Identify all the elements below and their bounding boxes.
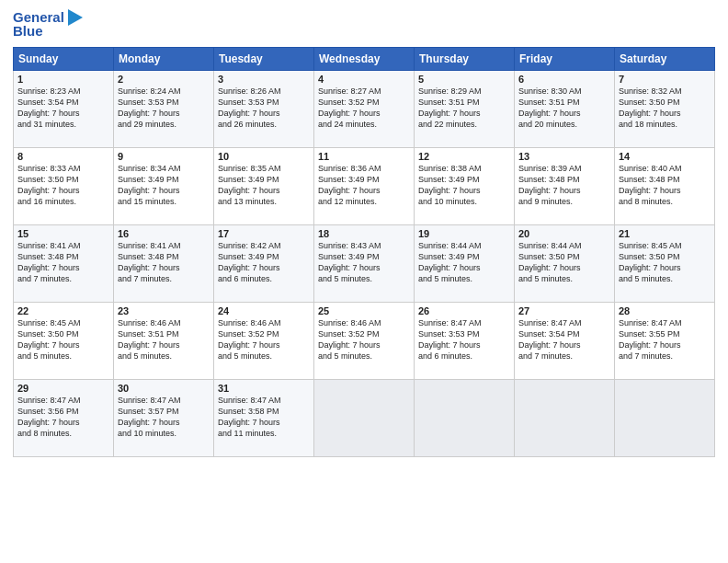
- calendar-cell: 31Sunrise: 8:47 AMSunset: 3:58 PMDayligh…: [214, 379, 314, 456]
- cell-sun-info: Sunrise: 8:44 AMSunset: 3:49 PMDaylight:…: [418, 240, 510, 285]
- day-number: 11: [318, 151, 410, 162]
- day-number: 26: [418, 305, 510, 316]
- day-number: 20: [518, 228, 610, 239]
- cell-sun-info: Sunrise: 8:45 AMSunset: 3:50 PMDaylight:…: [619, 240, 711, 285]
- day-number: 25: [318, 305, 410, 316]
- day-number: 9: [118, 151, 210, 162]
- calendar-table: SundayMondayTuesdayWednesdayThursdayFrid…: [13, 47, 715, 457]
- calendar-cell: 14Sunrise: 8:40 AMSunset: 3:48 PMDayligh…: [615, 147, 715, 224]
- calendar-cell: 30Sunrise: 8:47 AMSunset: 3:57 PMDayligh…: [114, 379, 214, 456]
- day-number: 18: [318, 228, 410, 239]
- calendar-cell: 1Sunrise: 8:23 AMSunset: 3:54 PMDaylight…: [14, 70, 114, 147]
- calendar-cell: 16Sunrise: 8:41 AMSunset: 3:48 PMDayligh…: [114, 224, 214, 302]
- cell-sun-info: Sunrise: 8:27 AMSunset: 3:52 PMDaylight:…: [318, 86, 410, 131]
- day-number: 6: [518, 74, 610, 85]
- cell-sun-info: Sunrise: 8:41 AMSunset: 3:48 PMDaylight:…: [118, 240, 210, 285]
- calendar-cell: 10Sunrise: 8:35 AMSunset: 3:49 PMDayligh…: [214, 147, 314, 224]
- calendar-cell: 29Sunrise: 8:47 AMSunset: 3:56 PMDayligh…: [14, 379, 114, 456]
- day-number: 12: [418, 151, 510, 162]
- calendar-cell: 7Sunrise: 8:32 AMSunset: 3:50 PMDaylight…: [615, 70, 715, 147]
- calendar-cell: 19Sunrise: 8:44 AMSunset: 3:49 PMDayligh…: [415, 224, 515, 302]
- day-number: 7: [619, 74, 711, 85]
- calendar-cell: 17Sunrise: 8:42 AMSunset: 3:49 PMDayligh…: [214, 224, 314, 302]
- calendar-cell: 9Sunrise: 8:34 AMSunset: 3:49 PMDaylight…: [114, 147, 214, 224]
- calendar-week-row: 29Sunrise: 8:47 AMSunset: 3:56 PMDayligh…: [14, 379, 715, 456]
- weekday-header-sunday: Sunday: [14, 47, 114, 70]
- calendar-cell: [415, 379, 515, 456]
- day-number: 3: [218, 74, 310, 85]
- calendar-cell: 11Sunrise: 8:36 AMSunset: 3:49 PMDayligh…: [314, 147, 415, 224]
- weekday-header-saturday: Saturday: [615, 47, 715, 70]
- day-number: 14: [619, 151, 711, 162]
- day-number: 10: [218, 151, 310, 162]
- calendar-cell: 18Sunrise: 8:43 AMSunset: 3:49 PMDayligh…: [314, 224, 415, 302]
- calendar-cell: 26Sunrise: 8:47 AMSunset: 3:53 PMDayligh…: [415, 302, 515, 379]
- cell-sun-info: Sunrise: 8:43 AMSunset: 3:49 PMDaylight:…: [318, 240, 410, 285]
- cell-sun-info: Sunrise: 8:35 AMSunset: 3:49 PMDaylight:…: [218, 163, 310, 208]
- calendar-cell: 13Sunrise: 8:39 AMSunset: 3:48 PMDayligh…: [515, 147, 615, 224]
- calendar-cell: 27Sunrise: 8:47 AMSunset: 3:54 PMDayligh…: [515, 302, 615, 379]
- weekday-header-monday: Monday: [114, 47, 214, 70]
- day-number: 15: [17, 228, 109, 239]
- weekday-header-wednesday: Wednesday: [314, 47, 415, 70]
- day-number: 19: [418, 228, 510, 239]
- weekday-header-tuesday: Tuesday: [214, 47, 314, 70]
- cell-sun-info: Sunrise: 8:39 AMSunset: 3:48 PMDaylight:…: [518, 163, 610, 208]
- calendar-cell: [515, 379, 615, 456]
- cell-sun-info: Sunrise: 8:46 AMSunset: 3:52 PMDaylight:…: [318, 317, 410, 362]
- cell-sun-info: Sunrise: 8:34 AMSunset: 3:49 PMDaylight:…: [118, 163, 210, 208]
- cell-sun-info: Sunrise: 8:38 AMSunset: 3:49 PMDaylight:…: [418, 163, 510, 208]
- cell-sun-info: Sunrise: 8:40 AMSunset: 3:48 PMDaylight:…: [619, 163, 711, 208]
- calendar-cell: 12Sunrise: 8:38 AMSunset: 3:49 PMDayligh…: [415, 147, 515, 224]
- calendar-cell: [615, 379, 715, 456]
- day-number: 5: [418, 74, 510, 85]
- cell-sun-info: Sunrise: 8:47 AMSunset: 3:58 PMDaylight:…: [218, 395, 310, 440]
- cell-sun-info: Sunrise: 8:47 AMSunset: 3:56 PMDaylight:…: [17, 395, 109, 440]
- calendar-cell: 24Sunrise: 8:46 AMSunset: 3:52 PMDayligh…: [214, 302, 314, 379]
- calendar-cell: 21Sunrise: 8:45 AMSunset: 3:50 PMDayligh…: [615, 224, 715, 302]
- calendar-cell: 6Sunrise: 8:30 AMSunset: 3:51 PMDaylight…: [515, 70, 615, 147]
- calendar-cell: 25Sunrise: 8:46 AMSunset: 3:52 PMDayligh…: [314, 302, 415, 379]
- day-number: 8: [17, 151, 109, 162]
- day-number: 16: [118, 228, 210, 239]
- calendar-cell: 20Sunrise: 8:44 AMSunset: 3:50 PMDayligh…: [515, 224, 615, 302]
- calendar-cell: 3Sunrise: 8:26 AMSunset: 3:53 PMDaylight…: [214, 70, 314, 147]
- cell-sun-info: Sunrise: 8:47 AMSunset: 3:55 PMDaylight:…: [619, 317, 711, 362]
- day-number: 28: [619, 305, 711, 316]
- cell-sun-info: Sunrise: 8:29 AMSunset: 3:51 PMDaylight:…: [418, 86, 510, 131]
- calendar-header-row: SundayMondayTuesdayWednesdayThursdayFrid…: [14, 47, 715, 70]
- cell-sun-info: Sunrise: 8:30 AMSunset: 3:51 PMDaylight:…: [518, 86, 610, 131]
- calendar-week-row: 1Sunrise: 8:23 AMSunset: 3:54 PMDaylight…: [14, 70, 715, 147]
- weekday-header-thursday: Thursday: [415, 47, 515, 70]
- day-number: 30: [118, 383, 210, 394]
- day-number: 29: [17, 383, 109, 394]
- calendar-cell: [314, 379, 415, 456]
- day-number: 31: [218, 383, 310, 394]
- calendar-week-row: 15Sunrise: 8:41 AMSunset: 3:48 PMDayligh…: [14, 224, 715, 302]
- day-number: 4: [318, 74, 410, 85]
- calendar-cell: 5Sunrise: 8:29 AMSunset: 3:51 PMDaylight…: [415, 70, 515, 147]
- cell-sun-info: Sunrise: 8:36 AMSunset: 3:49 PMDaylight:…: [318, 163, 410, 208]
- cell-sun-info: Sunrise: 8:45 AMSunset: 3:50 PMDaylight:…: [17, 317, 109, 362]
- logo: General Blue: [13, 9, 83, 40]
- cell-sun-info: Sunrise: 8:23 AMSunset: 3:54 PMDaylight:…: [17, 86, 109, 131]
- calendar-cell: 22Sunrise: 8:45 AMSunset: 3:50 PMDayligh…: [14, 302, 114, 379]
- cell-sun-info: Sunrise: 8:26 AMSunset: 3:53 PMDaylight:…: [218, 86, 310, 131]
- cell-sun-info: Sunrise: 8:44 AMSunset: 3:50 PMDaylight:…: [518, 240, 610, 285]
- header: General Blue: [13, 9, 715, 40]
- day-number: 27: [518, 305, 610, 316]
- cell-sun-info: Sunrise: 8:32 AMSunset: 3:50 PMDaylight:…: [619, 86, 711, 131]
- calendar-week-row: 8Sunrise: 8:33 AMSunset: 3:50 PMDaylight…: [14, 147, 715, 224]
- page: General Blue SundayMondayTuesdayWednesda…: [0, 0, 728, 563]
- calendar-week-row: 22Sunrise: 8:45 AMSunset: 3:50 PMDayligh…: [14, 302, 715, 379]
- cell-sun-info: Sunrise: 8:33 AMSunset: 3:50 PMDaylight:…: [17, 163, 109, 208]
- calendar-cell: 2Sunrise: 8:24 AMSunset: 3:53 PMDaylight…: [114, 70, 214, 147]
- cell-sun-info: Sunrise: 8:42 AMSunset: 3:49 PMDaylight:…: [218, 240, 310, 285]
- cell-sun-info: Sunrise: 8:24 AMSunset: 3:53 PMDaylight:…: [118, 86, 210, 131]
- cell-sun-info: Sunrise: 8:41 AMSunset: 3:48 PMDaylight:…: [17, 240, 109, 285]
- logo-text-line2: Blue: [13, 24, 43, 40]
- calendar-cell: 4Sunrise: 8:27 AMSunset: 3:52 PMDaylight…: [314, 70, 415, 147]
- cell-sun-info: Sunrise: 8:47 AMSunset: 3:57 PMDaylight:…: [118, 395, 210, 440]
- weekday-header-friday: Friday: [515, 47, 615, 70]
- day-number: 24: [218, 305, 310, 316]
